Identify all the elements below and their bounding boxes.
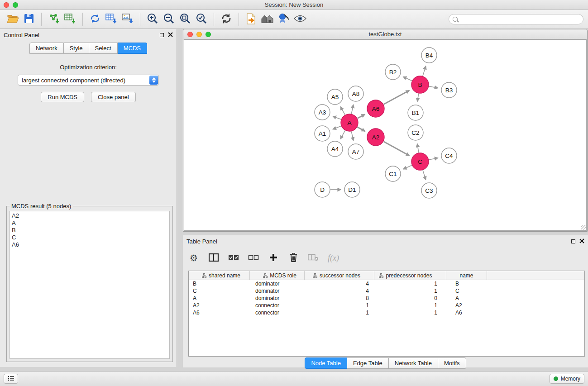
cell-mcds-role[interactable]: dominator (250, 287, 305, 295)
graph-edge[interactable] (417, 94, 419, 102)
list-item[interactable]: A6 (10, 241, 169, 248)
cell-shared-name[interactable]: C (189, 287, 250, 295)
open-session-button[interactable] (5, 12, 21, 27)
refresh-view-button[interactable] (218, 12, 234, 27)
run-mcds-button[interactable]: Run MCDS (41, 92, 84, 102)
graph-node-A4[interactable]: A4 (327, 141, 343, 157)
cell-predecessor-nodes[interactable]: 1 (374, 302, 446, 309)
tab-style[interactable]: Style (64, 43, 89, 54)
graph-edge[interactable] (417, 144, 419, 153)
tab-select[interactable]: Select (89, 43, 118, 54)
graph-node-B2[interactable]: B2 (385, 64, 401, 80)
graph-node-C[interactable]: C (411, 153, 429, 170)
close-panel-button[interactable]: Close panel (91, 92, 136, 102)
cell-name[interactable]: C (446, 287, 487, 295)
graph-node-A[interactable]: A (341, 114, 358, 131)
graph-edge[interactable] (333, 126, 341, 129)
tab-edge-table[interactable]: Edge Table (347, 357, 389, 369)
zoom-network-button[interactable] (206, 32, 211, 37)
select-all-button[interactable] (228, 251, 239, 265)
tab-network[interactable]: Network (29, 43, 64, 54)
graph-edge[interactable] (429, 86, 438, 88)
task-history-button[interactable] (4, 374, 18, 384)
graph-edge[interactable] (384, 142, 410, 156)
graph-node-C3[interactable]: C3 (421, 183, 437, 198)
graph-edge[interactable] (351, 105, 353, 114)
zoom-out-button[interactable] (161, 12, 177, 27)
cell-shared-name[interactable]: B (189, 280, 250, 287)
table-row[interactable]: B dominator 4 1 B (189, 280, 584, 287)
cell-mcds-role[interactable]: dominator (250, 295, 305, 302)
graph-node-A2[interactable]: A2 (367, 129, 384, 146)
import-table-button[interactable] (62, 12, 78, 27)
analyzer-button[interactable] (276, 12, 292, 27)
graph-edge[interactable] (403, 77, 412, 81)
graph-node-B4[interactable]: B4 (421, 48, 437, 63)
clone-network-button[interactable] (87, 12, 103, 27)
graph-node-A1[interactable]: A1 (315, 126, 330, 141)
graph-node-A5[interactable]: A5 (327, 89, 343, 105)
show-columns-button[interactable] (208, 251, 219, 265)
cell-mcds-role[interactable]: connector (250, 309, 305, 316)
cell-name[interactable]: A (446, 295, 487, 302)
delete-row-button[interactable] (288, 251, 299, 265)
float-panel-icon[interactable] (160, 33, 164, 37)
cell-mcds-role[interactable]: connector (250, 302, 305, 309)
optimization-criterion-select[interactable]: largest connected component (directed) (18, 75, 159, 86)
deselect-all-button[interactable] (248, 251, 259, 265)
table-row[interactable]: A dominator 8 0 A (189, 295, 584, 302)
cell-name[interactable]: A6 (446, 309, 487, 316)
graph-node-A7[interactable]: A7 (348, 144, 363, 159)
graph-edge[interactable] (423, 66, 426, 76)
graph-node-C4[interactable]: C4 (441, 148, 457, 163)
column-header-predecessor-nodes[interactable]: predecessor nodes (374, 271, 446, 280)
graph-node-A3[interactable]: A3 (315, 105, 330, 120)
cell-successor-nodes[interactable]: 4 (305, 280, 374, 287)
graph-edge[interactable] (384, 91, 410, 105)
graph-node-B1[interactable]: B1 (408, 105, 423, 120)
cell-successor-nodes[interactable]: 4 (305, 287, 374, 295)
export-table-button[interactable] (103, 12, 120, 27)
graph-node-C1[interactable]: C1 (385, 166, 401, 181)
cell-shared-name[interactable]: A2 (189, 302, 250, 309)
cell-shared-name[interactable]: A6 (189, 309, 250, 316)
graph-edge[interactable] (340, 107, 345, 115)
graph-node-A6[interactable]: A6 (367, 100, 384, 117)
graph-edge[interactable] (351, 132, 353, 141)
tab-mcds[interactable]: MCDS (118, 43, 147, 54)
import-document-button[interactable] (243, 12, 259, 27)
zoom-in-button[interactable] (144, 12, 161, 27)
list-item[interactable]: A (10, 219, 169, 227)
tab-network-table[interactable]: Network Table (389, 357, 438, 369)
export-image-button[interactable] (120, 12, 136, 27)
home-button[interactable] (259, 12, 276, 27)
cell-successor-nodes[interactable]: 8 (305, 295, 374, 302)
cell-predecessor-nodes[interactable]: 1 (374, 309, 446, 316)
float-panel-icon[interactable] (571, 239, 575, 243)
search-input[interactable] (460, 16, 579, 23)
graph-node-A8[interactable]: A8 (348, 86, 363, 101)
graph-edge[interactable] (403, 165, 412, 169)
list-item[interactable]: C (10, 234, 169, 241)
cell-shared-name[interactable]: A (189, 295, 250, 302)
table-settings-button[interactable]: ⚙ (188, 251, 199, 265)
graph-edge[interactable] (340, 131, 345, 139)
tab-node-table[interactable]: Node Table (305, 357, 347, 369)
graph-edge[interactable] (423, 170, 426, 180)
cell-successor-nodes[interactable]: 1 (305, 302, 374, 309)
column-header-name[interactable]: name (446, 271, 487, 280)
network-canvas[interactable]: B4B2BB3A5A8A6B1A3AC2A1A2A4A7C1CC4C3DD1 (184, 39, 587, 231)
list-item[interactable]: A2 (10, 212, 169, 219)
table-row[interactable]: A6 connector 1 1 A6 (189, 309, 584, 316)
delete-column-button[interactable] (308, 251, 319, 265)
graph-node-D[interactable]: D (315, 182, 330, 197)
graph-edge[interactable] (429, 158, 438, 160)
cell-predecessor-nodes[interactable]: 0 (374, 295, 446, 302)
column-header-successor-nodes[interactable]: successor nodes (305, 271, 374, 280)
tab-motifs[interactable]: Motifs (438, 357, 466, 369)
function-builder-button[interactable]: f(x) (328, 251, 339, 265)
graph-node-C2[interactable]: C2 (408, 125, 423, 140)
column-header-shared-name[interactable]: shared name (189, 271, 250, 280)
cell-predecessor-nodes[interactable]: 1 (374, 280, 446, 287)
close-window-button[interactable] (4, 2, 9, 8)
